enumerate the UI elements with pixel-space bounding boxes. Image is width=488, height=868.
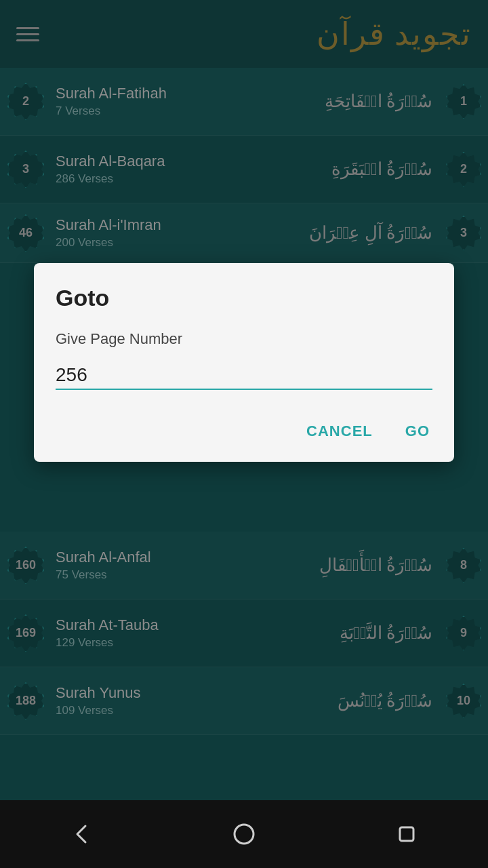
page-number-input[interactable]	[56, 361, 432, 390]
navigation-bar	[0, 800, 488, 868]
go-button[interactable]: GO	[403, 417, 432, 446]
svg-point-0	[235, 825, 253, 844]
back-button[interactable]	[68, 821, 95, 848]
cancel-button[interactable]: CANCEL	[304, 417, 375, 446]
page-number-input-wrapper	[56, 361, 432, 390]
dialog-actions: CANCEL GO	[56, 417, 432, 446]
svg-rect-1	[400, 827, 413, 841]
dialog-label: Give Page Number	[56, 330, 432, 348]
recents-button[interactable]	[393, 821, 420, 848]
dialog-title: Goto	[56, 285, 432, 311]
home-button[interactable]	[230, 821, 258, 848]
goto-dialog: Goto Give Page Number CANCEL GO	[34, 263, 454, 462]
